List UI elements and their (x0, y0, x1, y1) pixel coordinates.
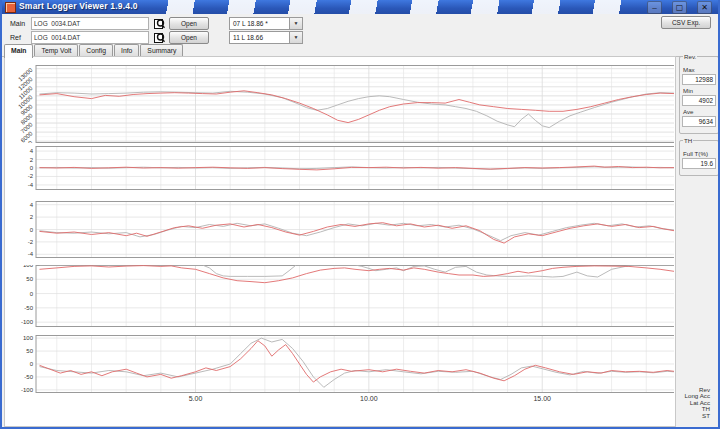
svg-text:-4: -4 (28, 182, 34, 188)
chart-region: 5000600070008000900010000110001200013000… (4, 56, 676, 427)
svg-text:-2: -2 (28, 239, 34, 245)
minimize-icon[interactable]: – (647, 1, 662, 14)
x-tick-label: 15.00 (533, 395, 551, 402)
svg-text:50: 50 (26, 348, 33, 354)
main-open-button[interactable]: Open (169, 17, 209, 30)
svg-text:-50: -50 (24, 305, 33, 311)
csv-export-button[interactable]: CSV Exp. (661, 16, 711, 29)
chart-panel-th[interactable]: -100-50050100 (5, 265, 675, 327)
series-main (40, 266, 675, 283)
chevron-down-icon: ▼ (289, 32, 302, 43)
series-ref (40, 265, 675, 277)
main-file-search-icon[interactable] (153, 18, 165, 30)
svg-text:0: 0 (30, 291, 34, 297)
rev-max-value: 12988 (682, 74, 716, 85)
x-tick-label: 10.00 (360, 395, 378, 402)
chart-panel-lat-acc[interactable]: -4-2024 (5, 201, 675, 258)
svg-text:0: 0 (30, 227, 34, 233)
tab-main[interactable]: Main (4, 44, 33, 58)
app-window: Smart Logger Viewer 1.9.4.0 – ▢ ✕ Main O… (0, 0, 720, 429)
rev-ave-label: Ave (683, 108, 716, 115)
svg-text:0: 0 (30, 361, 34, 367)
svg-text:-100: -100 (21, 387, 34, 393)
svg-text:100: 100 (23, 265, 34, 268)
stats-side-panel: Rev. Max 12988 Min 4902 Ave 9634 TH Full… (678, 56, 720, 182)
window-title: Smart Logger Viewer 1.9.4.0 (19, 1, 138, 11)
x-axis-labels: 5.0010.0015.00 (5, 395, 675, 407)
rev-group-title: Rev. (683, 53, 697, 60)
main-file-input[interactable] (31, 17, 149, 30)
svg-text:2: 2 (30, 157, 34, 163)
th-group-title: TH (683, 137, 693, 144)
ref-lap-select[interactable]: 11 L 18.66 ▼ (229, 31, 303, 44)
close-icon[interactable]: ✕ (697, 1, 712, 14)
ref-file-search-icon[interactable] (153, 32, 165, 44)
svg-text:4: 4 (30, 148, 34, 154)
svg-text:-100: -100 (21, 319, 34, 325)
tab-strip: MainTemp VoltConfigInfoSummary (4, 44, 183, 56)
svg-text:-2: -2 (28, 173, 34, 179)
th-full-value: 19.6 (682, 158, 716, 169)
rev-max-label: Max (683, 66, 716, 73)
rev-min-label: Min (683, 87, 716, 94)
chart-panel-st[interactable]: -100-50050100 (5, 335, 675, 393)
main-lap-value: 07 L 18.86 * (230, 20, 289, 27)
svg-text:-4: -4 (28, 251, 34, 257)
rev-ave-value: 9634 (682, 116, 716, 127)
series-ref (40, 338, 675, 387)
main-file-label: Main (10, 20, 27, 27)
app-icon (5, 2, 16, 13)
chart-panel-rev[interactable]: 5000600070008000900010000110001200013000 (5, 65, 675, 143)
svg-text:50: 50 (26, 276, 33, 282)
th-stats-group: TH Full T(%) 19.6 (679, 140, 719, 176)
rev-min-value: 4902 (682, 95, 716, 106)
svg-text:100: 100 (23, 335, 34, 341)
channel-legend: RevLong AccLat AccTHST (685, 387, 710, 419)
maximize-icon[interactable]: ▢ (672, 1, 687, 14)
rev-stats-group: Rev. Max 12988 Min 4902 Ave 9634 (679, 56, 719, 134)
chevron-down-icon: ▼ (289, 18, 302, 29)
main-lap-select[interactable]: 07 L 18.86 * ▼ (229, 17, 303, 30)
series-main (40, 341, 675, 382)
titlebar-decoration (134, 0, 646, 14)
svg-text:4: 4 (30, 202, 34, 208)
ref-open-button[interactable]: Open (169, 31, 209, 44)
svg-text:-50: -50 (24, 374, 33, 380)
toolbar: Main Open 07 L 18.86 * ▼ Ref Open 11 L 1… (2, 14, 718, 44)
legend-item: ST (685, 413, 710, 419)
svg-text:0: 0 (30, 165, 34, 171)
chart-panel-long-acc[interactable]: -4-2024 (5, 146, 675, 190)
ref-file-label: Ref (10, 34, 27, 41)
title-bar: Smart Logger Viewer 1.9.4.0 – ▢ ✕ (2, 0, 718, 14)
svg-text:2: 2 (30, 214, 34, 220)
th-full-label: Full T(%) (683, 150, 716, 157)
ref-lap-value: 11 L 18.66 (230, 34, 289, 41)
ref-file-input[interactable] (31, 31, 149, 44)
x-tick-label: 5.00 (189, 395, 203, 402)
